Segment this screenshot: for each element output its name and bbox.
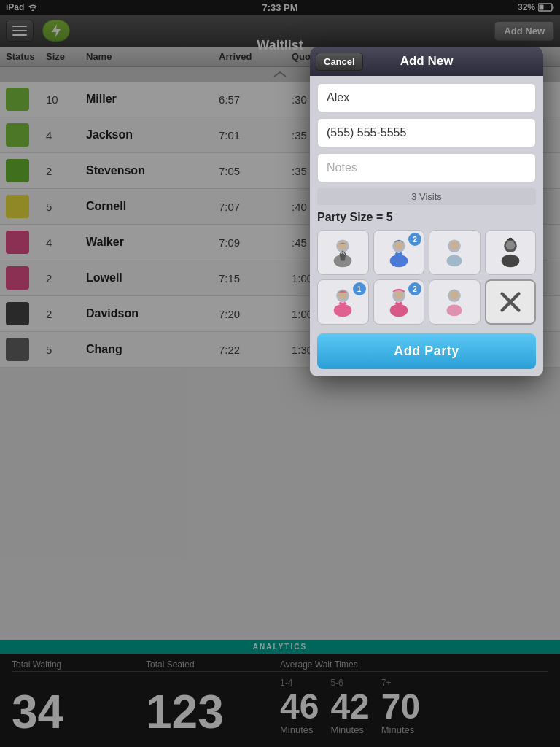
modal-header: Cancel Add New [310,47,543,76]
avatar-woman-blue[interactable]: 2 [373,230,425,275]
svg-point-17 [334,304,352,317]
cancel-button[interactable]: Cancel [316,53,363,71]
dark-figure-icon [494,236,526,268]
modal-body: 3 Visits Party Size = 5 2 [310,76,543,376]
svg-point-20 [389,304,408,317]
avatar-grid: 2 [317,230,536,325]
avatar-man-suit[interactable] [317,230,369,275]
svg-point-14 [501,255,519,268]
svg-point-8 [389,255,408,268]
add-new-modal: Cancel Add New 3 Visits Party Size = 5 [310,47,543,376]
notes-input[interactable] [317,153,536,182]
name-input[interactable] [317,83,536,112]
avatar-child-neutral[interactable] [429,230,481,275]
avatar-badge-2: 2 [408,233,421,246]
svg-point-10 [450,241,459,249]
child-neutral-icon [438,236,470,268]
party-size-label: Party Size = 5 [317,211,536,224]
svg-point-22 [450,290,459,299]
remove-icon [494,286,526,318]
phone-input[interactable] [317,118,536,147]
svg-point-5 [338,241,347,249]
avatar-woman-pink[interactable]: 1 [317,279,369,325]
svg-point-23 [447,305,462,317]
avatar-child-pink[interactable] [429,279,481,325]
avatar-badge-g2: 2 [408,282,421,295]
avatar-remove[interactable] [485,279,537,325]
svg-point-11 [447,255,462,267]
svg-point-13 [506,241,515,249]
visits-label: 3 Visits [317,188,536,205]
svg-point-19 [394,290,403,299]
avatar-girl-pink[interactable]: 2 [373,279,425,325]
avatar-dark-figure[interactable] [485,230,537,275]
child-pink-icon [438,286,470,318]
avatar-badge-1: 1 [353,282,366,295]
man-suit-icon [327,236,359,268]
add-party-button[interactable]: Add Party [317,333,536,369]
svg-point-7 [394,241,403,249]
modal-title: Add New [400,54,454,69]
